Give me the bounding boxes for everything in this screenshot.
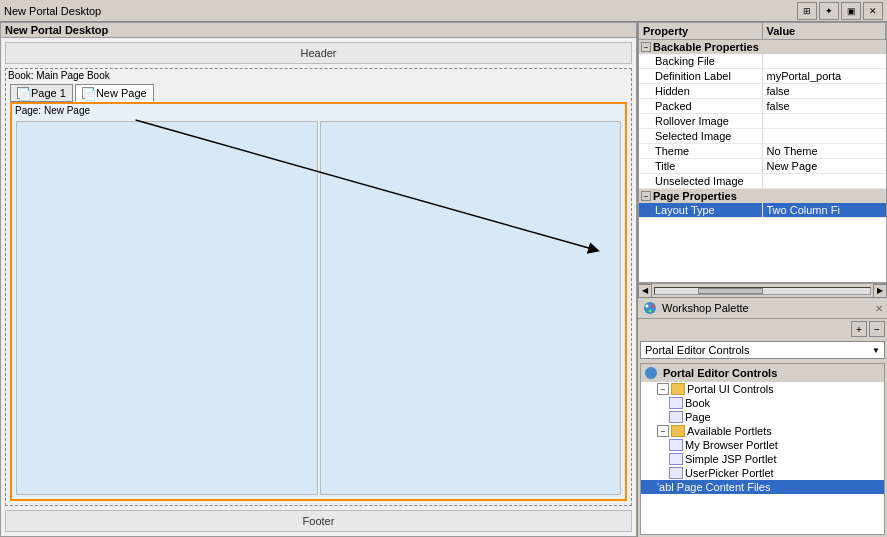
tree-item-simple-jsp[interactable]: Simple JSP Portlet	[641, 452, 884, 466]
page-label: Page	[685, 411, 711, 423]
book-label: Book: Main Page Book	[6, 69, 631, 82]
prop-col2-header: Value	[763, 23, 887, 39]
book-label: Book	[685, 397, 710, 409]
simple-jsp-icon	[669, 453, 683, 465]
userpicker-icon	[669, 467, 683, 479]
column-right	[320, 121, 622, 495]
hscroll-track[interactable]	[654, 287, 871, 295]
hscroll-right-btn[interactable]: ▶	[873, 284, 887, 298]
workshop-add-btn[interactable]: +	[851, 321, 867, 337]
properties-hscrollbar[interactable]: ◀ ▶	[638, 283, 887, 297]
prop-row-rollover-image[interactable]: Rollover Image	[639, 114, 886, 129]
properties-panel: Property Value − Backable Properties Bac…	[638, 22, 887, 283]
book-container: Book: Main Page Book 📄 Page 1 📄 New Page…	[5, 68, 632, 506]
portal-editor-dropdown[interactable]: Portal Editor Controls ▼	[640, 341, 885, 359]
collapse-backable-icon[interactable]: −	[641, 42, 651, 52]
book-item-icon	[669, 397, 683, 409]
prop-value-packed: false	[763, 99, 887, 113]
prop-name-packed: Packed	[639, 99, 763, 113]
prop-value-layout-type: Two Column Fi	[763, 203, 887, 217]
prop-row-theme[interactable]: Theme No Theme	[639, 144, 886, 159]
window-title: New Portal Desktop	[4, 5, 795, 17]
prop-name-title: Title	[639, 159, 763, 173]
prop-value-backing-file	[763, 54, 887, 68]
hscroll-left-btn[interactable]: ◀	[638, 284, 652, 298]
toolbar: New Portal Desktop ⊞ ✦ ▣ ✕	[0, 0, 887, 22]
content-area: New Portal Desktop Header Book: Main Pag…	[0, 22, 887, 537]
tab-new-page[interactable]: 📄 New Page	[75, 84, 154, 102]
prop-name-backing-file: Backing File	[639, 54, 763, 68]
simple-jsp-label: Simple JSP Portlet	[685, 453, 777, 465]
svg-point-3	[646, 305, 649, 308]
tree-item-book[interactable]: Book	[641, 396, 884, 410]
prop-name-selected-image: Selected Image	[639, 129, 763, 143]
column-left	[16, 121, 318, 495]
tree-portal-ui-controls[interactable]: − Portal UI Controls	[641, 382, 884, 396]
my-browser-icon	[669, 439, 683, 451]
page-content-files-label: 'abl Page Content Files	[657, 481, 770, 493]
two-column-layout	[12, 117, 625, 499]
dropdown-arrow-icon: ▼	[872, 346, 880, 355]
prop-group-backable: − Backable Properties	[639, 40, 886, 54]
expand-portal-ui-icon[interactable]: −	[657, 383, 669, 395]
tab-page1-icon: 📄	[17, 87, 29, 99]
prop-value-rollover-image	[763, 114, 887, 128]
svg-point-5	[649, 310, 652, 313]
prop-row-packed[interactable]: Packed false	[639, 99, 886, 114]
prop-value-selected-image	[763, 129, 887, 143]
workshop-panel: Workshop Palette ✕ + − Portal Editor Con…	[638, 297, 887, 537]
prop-row-layout-type[interactable]: Layout Type Two Column Fi	[639, 203, 886, 218]
workshop-title: Workshop Palette	[662, 302, 875, 314]
workshop-toolbar: + −	[638, 319, 887, 339]
prop-row-definition-label[interactable]: Definition Label myPortal_porta	[639, 69, 886, 84]
prop-row-unselected-image[interactable]: Unselected Image	[639, 174, 886, 189]
tree-item-page[interactable]: Page	[641, 410, 884, 424]
workshop-remove-btn[interactable]: −	[869, 321, 885, 337]
tree-item-my-browser[interactable]: My Browser Portlet	[641, 438, 884, 452]
portal-ui-controls-label: Portal UI Controls	[687, 383, 774, 395]
close-icon[interactable]: ✕	[863, 2, 883, 20]
right-panel: Property Value − Backable Properties Bac…	[637, 22, 887, 537]
star-icon[interactable]: ✦	[819, 2, 839, 20]
prop-row-backing-file[interactable]: Backing File	[639, 54, 886, 69]
prop-header: Property Value	[639, 23, 886, 40]
workshop-close-icon[interactable]: ✕	[875, 303, 883, 314]
prop-row-title[interactable]: Title New Page	[639, 159, 886, 174]
page-item-icon	[669, 411, 683, 423]
prop-value-unselected-image	[763, 174, 887, 188]
expand-portlets-icon[interactable]: −	[657, 425, 669, 437]
prop-name-unselected-image: Unselected Image	[639, 174, 763, 188]
portal-panel: New Portal Desktop Header Book: Main Pag…	[0, 22, 637, 537]
prop-name-definition-label: Definition Label	[639, 69, 763, 83]
tab-page1[interactable]: 📄 Page 1	[10, 84, 73, 102]
page-group-label: Page Properties	[653, 190, 737, 202]
prop-name-theme: Theme	[639, 144, 763, 158]
page-content-area: Page: New Page	[10, 102, 627, 501]
hscroll-thumb[interactable]	[698, 288, 763, 294]
prop-value-title: New Page	[763, 159, 887, 173]
dropdown-row: Portal Editor Controls ▼	[638, 339, 887, 361]
prop-row-selected-image[interactable]: Selected Image	[639, 129, 886, 144]
tabs-row: 📄 Page 1 📄 New Page	[6, 82, 631, 102]
prop-row-hidden[interactable]: Hidden false	[639, 84, 886, 99]
portal-header: Header	[5, 42, 632, 64]
grid-icon[interactable]: ⊞	[797, 2, 817, 20]
tree-available-portlets[interactable]: − Available Portlets	[641, 424, 884, 438]
portal-desktop-label: New Portal Desktop	[1, 23, 636, 38]
workshop-palette-icon	[642, 300, 658, 316]
prop-col1-header: Property	[639, 23, 763, 39]
collapse-page-icon[interactable]: −	[641, 191, 651, 201]
tree-item-userpicker[interactable]: UserPicker Portlet	[641, 466, 884, 480]
prop-value-hidden: false	[763, 84, 887, 98]
backable-group-label: Backable Properties	[653, 41, 759, 53]
svg-point-6	[645, 367, 657, 379]
tree-item-page-content-files[interactable]: 'abl Page Content Files	[641, 480, 884, 494]
userpicker-label: UserPicker Portlet	[685, 467, 774, 479]
svg-point-4	[652, 305, 655, 308]
window-icon[interactable]: ▣	[841, 2, 861, 20]
workshop-header: Workshop Palette ✕	[638, 298, 887, 319]
prop-name-hidden: Hidden	[639, 84, 763, 98]
tab-new-page-icon: 📄	[82, 87, 94, 99]
main-container: New Portal Desktop ⊞ ✦ ▣ ✕ New Portal De…	[0, 0, 887, 537]
prop-name-rollover-image: Rollover Image	[639, 114, 763, 128]
